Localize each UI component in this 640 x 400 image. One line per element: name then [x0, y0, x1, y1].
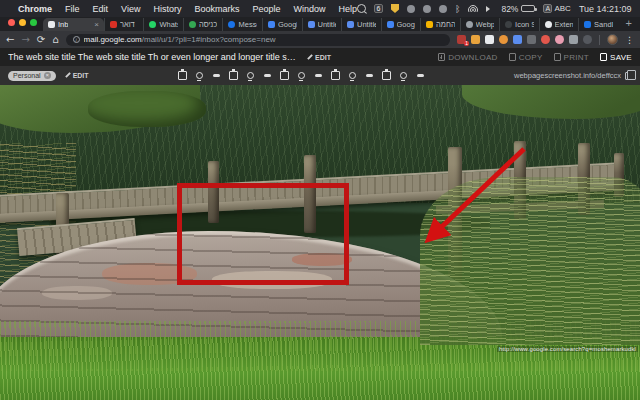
tool-cam-icon[interactable]	[245, 70, 256, 81]
battery-indicator[interactable]: 82%	[501, 4, 535, 14]
extension-pin[interactable]	[541, 35, 550, 44]
browser-tab[interactable]: Extens	[539, 18, 579, 31]
browser-tab[interactable]: Whats	[143, 18, 183, 31]
menu-item-file[interactable]: File	[65, 4, 80, 14]
close-window-button[interactable]	[8, 19, 15, 26]
browser-tab[interactable]: Untitle	[341, 18, 381, 31]
menu-item-edit[interactable]: Edit	[93, 4, 109, 14]
home-button[interactable]: ⌂	[52, 35, 58, 45]
shield-icon[interactable]	[391, 4, 399, 13]
tab-favicon	[505, 21, 512, 28]
tool-board-icon[interactable]	[177, 70, 188, 81]
menu-item-help[interactable]: Help	[338, 4, 357, 14]
keystroke-badge[interactable]: 6	[374, 4, 383, 13]
browser-tab[interactable]: Inb×	[43, 18, 104, 31]
browser-tab[interactable]: Messe	[222, 18, 262, 31]
omnibox[interactable]: i mail.google.com/mail/u/1/?pli=1#inbox?…	[66, 34, 450, 46]
back-button[interactable]: ←	[6, 35, 14, 45]
menu-item-bookmarks[interactable]: Bookmarks	[194, 4, 239, 14]
status-app-icon[interactable]	[423, 5, 431, 13]
status-app-icon[interactable]	[439, 5, 447, 13]
minimize-window-button[interactable]	[19, 19, 26, 26]
url-host: mail.google.com	[84, 35, 142, 44]
tool-dash-icon[interactable]	[364, 70, 375, 81]
tab-close-icon[interactable]: ×	[94, 20, 99, 29]
tab-favicon	[228, 21, 235, 28]
menu-item-view[interactable]: View	[121, 4, 140, 14]
tab-favicon	[48, 21, 55, 28]
tool-dash-icon[interactable]	[262, 70, 273, 81]
extension-bell[interactable]	[471, 35, 480, 44]
browser-tab[interactable]: דואר	[104, 18, 144, 31]
new-tab-button[interactable]: +	[618, 17, 640, 31]
pencil-icon	[306, 54, 313, 61]
menu-item-people[interactable]: People	[252, 4, 280, 14]
browser-tab[interactable]: Icon S	[499, 18, 539, 31]
menu-item-window[interactable]: Window	[293, 4, 325, 14]
extension-dash[interactable]	[513, 35, 522, 44]
chrome-menu-button[interactable]: ⋮	[625, 35, 634, 45]
browser-tab[interactable]: Googl	[381, 18, 421, 31]
share-url[interactable]: webpagescreenshot.info/deffccx	[514, 71, 621, 80]
profile-avatar[interactable]	[607, 34, 618, 45]
annotation-rectangle[interactable]	[177, 183, 349, 285]
extension-lock[interactable]	[499, 35, 508, 44]
browser-tab[interactable]: החמה	[420, 18, 460, 31]
save-button[interactable]: SAVE	[600, 53, 632, 62]
download-button[interactable]: DOWNLOAD	[438, 53, 498, 62]
tool-dash-icon[interactable]	[211, 70, 222, 81]
page-info-icon[interactable]: i	[73, 36, 80, 43]
tab-label: Inb	[58, 20, 68, 29]
tool-board-icon[interactable]	[279, 70, 290, 81]
volume-icon[interactable]	[486, 6, 493, 12]
browser-tab[interactable]: Untitle	[302, 18, 342, 31]
extension-badge: 1	[464, 41, 469, 46]
extension-dim[interactable]	[527, 35, 536, 44]
tool-board-icon[interactable]	[381, 70, 392, 81]
menu-item-chrome[interactable]: Chrome	[18, 4, 52, 14]
menu-item-history[interactable]: History	[153, 4, 181, 14]
tool-cam-icon[interactable]	[296, 70, 307, 81]
url-text: mail.google.com/mail/u/1/?pli=1#inbox?co…	[84, 35, 276, 44]
screen-record-icon[interactable]	[357, 4, 366, 13]
edit-title-button[interactable]: EDIT	[306, 54, 331, 61]
tool-dash-icon[interactable]	[415, 70, 426, 81]
print-button[interactable]: PRINT	[554, 53, 590, 62]
input-source-indicator[interactable]: A ABC	[543, 4, 570, 13]
browser-tab[interactable]: כניסה	[183, 18, 223, 31]
extension-donut[interactable]	[555, 35, 564, 44]
tag-personal[interactable]: Personal ×	[8, 71, 56, 81]
battery-icon	[521, 5, 535, 12]
forward-button[interactable]: →	[21, 35, 29, 45]
status-app-icon[interactable]	[407, 5, 415, 13]
download-label: DOWNLOAD	[448, 53, 498, 62]
pencil-icon	[64, 72, 71, 79]
tool-board-icon[interactable]	[330, 70, 341, 81]
tool-cam-icon[interactable]	[398, 70, 409, 81]
tab-label: Googl	[397, 20, 416, 29]
tool-cam-icon[interactable]	[194, 70, 205, 81]
edit-annotations-button[interactable]: EDIT	[64, 72, 89, 79]
extension-grid[interactable]	[485, 35, 494, 44]
copy-url-icon[interactable]	[625, 72, 632, 80]
reload-button[interactable]: ⟳	[37, 35, 45, 45]
extension-camera[interactable]	[583, 35, 592, 44]
bluetooth-icon[interactable]: ᛒ	[455, 4, 460, 14]
tool-board-icon[interactable]	[228, 70, 239, 81]
tab-favicon	[189, 21, 196, 28]
copy-button[interactable]: COPY	[509, 53, 543, 62]
tab-favicon	[308, 21, 315, 28]
browser-tab[interactable]: SandD	[578, 18, 617, 31]
tab-favicon	[347, 21, 354, 28]
browser-tab[interactable]: Googl	[262, 18, 302, 31]
wifi-icon[interactable]	[468, 5, 478, 12]
tab-favicon	[268, 21, 275, 28]
zoom-window-button[interactable]	[30, 19, 37, 26]
extension-red[interactable]: 1	[457, 35, 466, 44]
extension-square[interactable]	[569, 35, 578, 44]
remove-tag-icon[interactable]: ×	[44, 72, 51, 79]
tool-cam-icon[interactable]	[347, 70, 358, 81]
browser-tab[interactable]: Webpa	[460, 18, 500, 31]
menu-bar-clock[interactable]: Tue 14:21:09	[579, 4, 632, 14]
tool-dash-icon[interactable]	[313, 70, 324, 81]
